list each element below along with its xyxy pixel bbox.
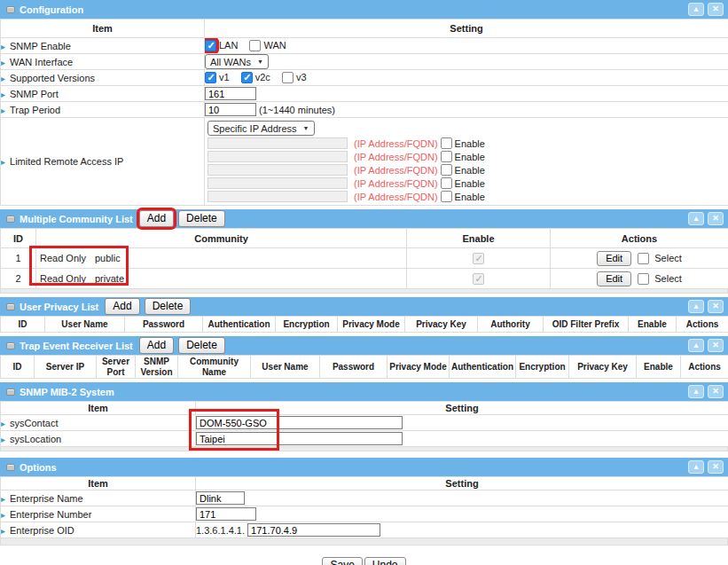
- close-icon[interactable]: ✕: [708, 3, 724, 16]
- wan-checkbox-label: WAN: [263, 40, 286, 51]
- table-row: Enterprise Number: [1, 506, 728, 522]
- row-id: 2: [1, 269, 36, 289]
- remote-ip-enable-checkbox[interactable]: [441, 164, 452, 176]
- delete-button[interactable]: Delete: [178, 210, 225, 227]
- v2c-checkbox[interactable]: [241, 72, 253, 83]
- close-icon[interactable]: ✕: [708, 339, 724, 352]
- column-header: Authority: [478, 317, 544, 333]
- column-header: Community: [36, 229, 407, 248]
- selected-option: All WANs: [210, 57, 251, 67]
- table-row: SNMP Enable LAN WAN: [1, 38, 728, 54]
- add-button[interactable]: Add: [105, 298, 139, 315]
- remote-ip-input[interactable]: [207, 191, 348, 202]
- save-button[interactable]: Save: [322, 557, 362, 565]
- add-button[interactable]: Add: [139, 210, 174, 227]
- v2c-label: v2c: [255, 72, 270, 82]
- close-icon[interactable]: ✕: [708, 460, 724, 474]
- configuration-table: Item Setting SNMP Enable LAN WAN WAN Int…: [0, 19, 728, 206]
- column-header: ID: [1, 229, 36, 248]
- row-label: sysLocation: [1, 431, 196, 447]
- edit-button[interactable]: Edit: [597, 271, 631, 286]
- section-title: User Privacy List: [20, 302, 98, 312]
- enterprise-number-input[interactable]: [196, 507, 256, 521]
- collapse-icon[interactable]: ▴: [688, 385, 704, 398]
- column-header: Privacy Mode: [387, 356, 450, 379]
- section-icon: [6, 216, 15, 223]
- remote-ip-enable-checkbox[interactable]: [441, 137, 452, 149]
- trap-period-input[interactable]: [205, 103, 256, 116]
- row-id: 1: [1, 248, 36, 269]
- close-icon[interactable]: ✕: [708, 385, 724, 398]
- row-label: SNMP Enable: [1, 38, 205, 54]
- community-name: private: [95, 273, 124, 284]
- row-label: Enterprise Number: [1, 506, 196, 522]
- syscontact-input[interactable]: [196, 416, 403, 429]
- community-name: public: [95, 253, 121, 263]
- wan-interface-select[interactable]: All WANs ▼: [205, 54, 269, 69]
- community-table: ID Community Enable Actions 1 Read Only …: [0, 228, 728, 289]
- section-footer-strip: [0, 447, 728, 451]
- column-header: Privacy Key: [405, 317, 478, 333]
- ip-hint: (IP Address/FQDN): [354, 138, 438, 149]
- row-label: SNMP Port: [1, 86, 205, 102]
- collapse-icon[interactable]: ▴: [688, 212, 704, 225]
- column-header: Enable: [407, 229, 551, 248]
- table-row: WAN Interface All WANs ▼: [1, 54, 728, 70]
- column-header: Privacy Mode: [338, 317, 405, 333]
- user-privacy-table: ID User Name Password Authentication Enc…: [0, 316, 728, 333]
- v1-checkbox[interactable]: [205, 72, 216, 83]
- add-button[interactable]: Add: [139, 337, 174, 354]
- row-label: Trap Period: [1, 102, 205, 118]
- delete-button[interactable]: Delete: [145, 298, 192, 315]
- collapse-icon[interactable]: ▴: [688, 460, 704, 474]
- enterprise-oid-input[interactable]: [247, 523, 380, 537]
- remote-ip-enable-checkbox[interactable]: [441, 151, 452, 162]
- remote-ip-input[interactable]: [207, 151, 348, 162]
- collapse-icon[interactable]: ▴: [688, 3, 704, 16]
- enable-label: Enable: [455, 192, 485, 202]
- ip-hint: (IP Address/FQDN): [354, 192, 438, 202]
- select-checkbox[interactable]: [638, 253, 649, 264]
- row-label: WAN Interface: [1, 54, 205, 70]
- lan-checkbox[interactable]: [205, 40, 216, 51]
- remote-ip-enable-checkbox[interactable]: [441, 191, 452, 202]
- column-header: Community Name: [178, 356, 251, 379]
- remote-ip-input[interactable]: [207, 164, 348, 176]
- chevron-down-icon: ▼: [303, 125, 309, 131]
- row-label: sysContact: [1, 415, 196, 431]
- syslocation-input[interactable]: [196, 432, 403, 445]
- user-privacy-list-header: User Privacy List Add Delete ▴ ✕: [0, 297, 728, 316]
- item-column-header: Item: [1, 20, 205, 38]
- select-checkbox[interactable]: [638, 273, 649, 285]
- column-header: Actions: [681, 356, 728, 379]
- setting-column-header: Setting: [205, 20, 728, 38]
- remote-ip-enable-checkbox[interactable]: [441, 177, 452, 189]
- v3-checkbox[interactable]: [282, 72, 294, 83]
- column-header: Actions: [551, 229, 728, 248]
- enterprise-oid-prefix: 1.3.6.1.4.1.: [196, 525, 245, 536]
- table-row: sysContact: [1, 415, 728, 431]
- snmp-port-input[interactable]: [205, 87, 256, 100]
- collapse-icon[interactable]: ▴: [688, 300, 704, 313]
- close-icon[interactable]: ✕: [708, 300, 724, 313]
- remote-ip-input[interactable]: [207, 137, 348, 149]
- collapse-icon[interactable]: ▴: [688, 339, 704, 352]
- ip-hint: (IP Address/FQDN): [354, 178, 438, 189]
- column-header: Enable: [629, 317, 677, 333]
- selected-option: Specific IP Address: [213, 123, 297, 134]
- section-icon: [6, 342, 15, 349]
- remote-ip-input[interactable]: [207, 177, 348, 189]
- undo-button[interactable]: Undo: [364, 557, 406, 565]
- wan-checkbox[interactable]: [249, 40, 261, 51]
- remote-access-type-select[interactable]: Specific IP Address ▼: [207, 121, 315, 136]
- edit-button[interactable]: Edit: [597, 251, 631, 266]
- column-header: Authentication: [450, 356, 516, 379]
- section-icon: [6, 464, 15, 471]
- enterprise-name-input[interactable]: [196, 491, 245, 505]
- delete-button[interactable]: Delete: [178, 337, 225, 354]
- table-row: Limited Remote Access IP Specific IP Add…: [1, 118, 728, 206]
- close-icon[interactable]: ✕: [708, 212, 724, 225]
- community-access: Read Only: [40, 253, 95, 263]
- table-row: SNMP Port: [1, 86, 728, 102]
- enable-checkbox: [473, 253, 484, 264]
